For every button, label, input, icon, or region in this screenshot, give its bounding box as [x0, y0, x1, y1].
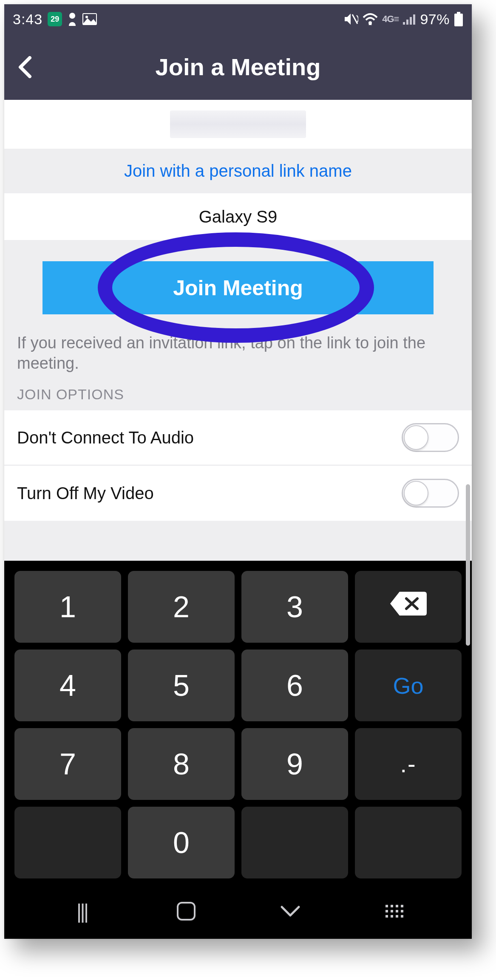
system-nav-bar: ||| — [4, 884, 472, 939]
key-blank-right[interactable] — [355, 807, 462, 878]
key-0[interactable]: 0 — [128, 807, 235, 878]
svg-point-0 — [69, 13, 75, 19]
signal-icon — [403, 14, 416, 25]
back-button[interactable] — [8, 50, 42, 84]
content: Join with a personal link name Galaxy S9… — [4, 100, 472, 561]
toggle-video[interactable] — [402, 479, 459, 508]
option-dont-connect-audio: Don't Connect To Audio — [4, 410, 472, 466]
key-4[interactable]: 4 — [14, 650, 121, 721]
svg-rect-10 — [454, 14, 463, 26]
display-name-row[interactable]: Galaxy S9 — [4, 193, 472, 240]
svg-rect-9 — [457, 12, 460, 14]
key-symbols[interactable]: .- — [355, 728, 462, 800]
join-meeting-label: Join Meeting — [173, 276, 303, 300]
key-1[interactable]: 1 — [14, 571, 121, 643]
option-video-label: Turn Off My Video — [17, 484, 154, 503]
key-go[interactable]: Go — [355, 650, 462, 721]
nav-recent-button[interactable]: ||| — [65, 898, 99, 924]
join-options-header: JOIN OPTIONS — [4, 378, 472, 410]
page-title: Join a Meeting — [4, 53, 472, 81]
app-header: Join a Meeting — [4, 34, 472, 100]
key-2[interactable]: 2 — [128, 571, 235, 643]
svg-point-2 — [85, 16, 88, 18]
meeting-id-input[interactable] — [170, 110, 306, 138]
option-audio-label: Don't Connect To Audio — [17, 428, 194, 447]
nav-back-button[interactable] — [273, 898, 307, 924]
svg-rect-5 — [403, 22, 405, 25]
keyboard-switch-icon — [385, 905, 403, 918]
key-9[interactable]: 9 — [241, 728, 348, 800]
join-meeting-button[interactable]: Join Meeting — [43, 261, 434, 314]
personal-link-label: Join with a personal link name — [124, 161, 352, 181]
status-time: 3:43 — [13, 11, 43, 28]
key-blank-left[interactable] — [14, 807, 121, 878]
nav-home-button[interactable] — [169, 898, 203, 924]
key-backspace[interactable] — [355, 571, 462, 643]
option-turn-off-video: Turn Off My Video — [4, 466, 472, 521]
svg-rect-6 — [406, 20, 408, 25]
svg-rect-8 — [413, 14, 415, 25]
key-5[interactable]: 5 — [128, 650, 235, 721]
battery-icon — [454, 12, 463, 26]
numeric-keyboard: 1 2 3 4 5 6 Go 7 8 9 .- 0 — [4, 561, 472, 884]
svg-rect-7 — [410, 17, 412, 25]
backspace-icon — [389, 590, 428, 624]
battery-percent: 97% — [420, 11, 450, 28]
key-7[interactable]: 7 — [14, 728, 121, 800]
privacy-icon — [67, 12, 77, 26]
key-8[interactable]: 8 — [128, 728, 235, 800]
join-section: Join Meeting — [4, 240, 472, 323]
toggle-audio[interactable] — [402, 423, 459, 452]
key-6[interactable]: 6 — [241, 650, 348, 721]
vibrate-mute-icon — [344, 13, 358, 25]
screenshot-icon — [82, 13, 97, 25]
key-blank-mid[interactable] — [241, 807, 348, 878]
display-name-value: Galaxy S9 — [199, 207, 278, 226]
status-bar: 3:43 29 4G≡ 97% — [4, 4, 472, 34]
meeting-id-row — [4, 100, 472, 149]
scroll-indicator — [466, 484, 470, 646]
key-3[interactable]: 3 — [241, 571, 348, 643]
invitation-hint: If you received an invitation link, tap … — [4, 323, 472, 378]
nav-keyboard-switch-button[interactable] — [377, 898, 411, 924]
network-type-icon: 4G≡ — [382, 14, 399, 25]
personal-link-button[interactable]: Join with a personal link name — [4, 149, 472, 193]
calendar-icon: 29 — [48, 12, 62, 26]
wifi-icon — [363, 13, 378, 25]
